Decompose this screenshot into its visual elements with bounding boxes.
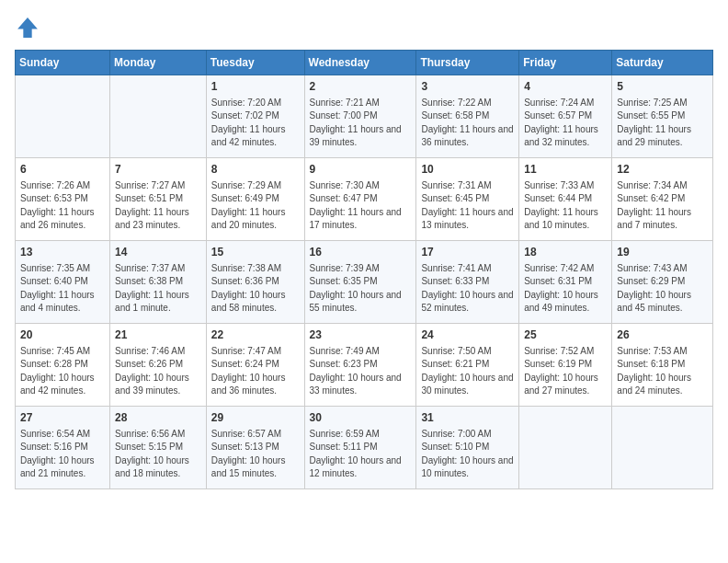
- day-info: Sunrise: 7:30 AM Sunset: 6:47 PM Dayligh…: [310, 179, 412, 233]
- day-info: Sunrise: 7:34 AM Sunset: 6:42 PM Dayligh…: [617, 179, 708, 233]
- calendar-cell: [519, 407, 612, 489]
- calendar-cell: 9Sunrise: 7:30 AM Sunset: 6:47 PM Daylig…: [304, 158, 416, 241]
- day-info: Sunrise: 7:49 AM Sunset: 6:23 PM Dayligh…: [310, 345, 412, 398]
- day-number: 30: [310, 410, 412, 426]
- day-info: Sunrise: 7:38 AM Sunset: 6:36 PM Dayligh…: [211, 262, 300, 316]
- day-info: Sunrise: 6:59 AM Sunset: 5:11 PM Dayligh…: [310, 428, 412, 481]
- calendar-cell: 23Sunrise: 7:49 AM Sunset: 6:23 PM Dayli…: [304, 324, 416, 407]
- day-number: 14: [115, 245, 201, 260]
- calendar-week-row: 27Sunrise: 6:54 AM Sunset: 5:16 PM Dayli…: [16, 407, 713, 489]
- day-number: 7: [115, 162, 201, 178]
- day-info: Sunrise: 7:43 AM Sunset: 6:29 PM Dayligh…: [617, 262, 708, 316]
- day-info: Sunrise: 7:41 AM Sunset: 6:33 PM Dayligh…: [421, 262, 514, 316]
- calendar-cell: 15Sunrise: 7:38 AM Sunset: 6:36 PM Dayli…: [206, 241, 304, 324]
- day-number: 31: [421, 410, 514, 426]
- day-info: Sunrise: 7:31 AM Sunset: 6:45 PM Dayligh…: [421, 179, 514, 233]
- calendar-cell: 21Sunrise: 7:46 AM Sunset: 6:26 PM Dayli…: [110, 324, 207, 407]
- day-number: 4: [524, 79, 607, 95]
- calendar-cell: 5Sunrise: 7:25 AM Sunset: 6:55 PM Daylig…: [612, 75, 713, 158]
- calendar-cell: 26Sunrise: 7:53 AM Sunset: 6:18 PM Dayli…: [612, 324, 713, 407]
- day-number: 26: [617, 327, 708, 343]
- logo: [15, 15, 44, 40]
- day-info: Sunrise: 6:57 AM Sunset: 5:13 PM Dayligh…: [211, 428, 300, 481]
- day-number: 1: [211, 79, 300, 95]
- day-number: 25: [524, 327, 607, 343]
- calendar-cell: 8Sunrise: 7:29 AM Sunset: 6:49 PM Daylig…: [206, 158, 304, 241]
- calendar-cell: 4Sunrise: 7:24 AM Sunset: 6:57 PM Daylig…: [519, 75, 612, 158]
- calendar-week-row: 20Sunrise: 7:45 AM Sunset: 6:28 PM Dayli…: [16, 324, 713, 407]
- calendar-cell: 2Sunrise: 7:21 AM Sunset: 7:00 PM Daylig…: [304, 75, 416, 158]
- day-number: 17: [421, 245, 514, 260]
- calendar-week-row: 13Sunrise: 7:35 AM Sunset: 6:40 PM Dayli…: [16, 241, 713, 324]
- day-of-week-header: Monday: [110, 51, 207, 75]
- calendar-cell: 12Sunrise: 7:34 AM Sunset: 6:42 PM Dayli…: [612, 158, 713, 241]
- day-number: 19: [617, 245, 708, 260]
- day-number: 16: [310, 245, 412, 260]
- calendar-table: SundayMondayTuesdayWednesdayThursdayFrid…: [15, 50, 713, 489]
- day-of-week-header: Wednesday: [304, 51, 416, 75]
- calendar-cell: 27Sunrise: 6:54 AM Sunset: 5:16 PM Dayli…: [16, 407, 110, 489]
- day-number: 13: [20, 245, 105, 260]
- calendar-cell: 18Sunrise: 7:42 AM Sunset: 6:31 PM Dayli…: [519, 241, 612, 324]
- day-info: Sunrise: 7:26 AM Sunset: 6:53 PM Dayligh…: [20, 179, 105, 233]
- day-info: Sunrise: 7:21 AM Sunset: 7:00 PM Dayligh…: [310, 97, 412, 150]
- day-number: 29: [211, 410, 300, 426]
- calendar-cell: [16, 75, 110, 158]
- day-number: 15: [211, 245, 300, 260]
- day-info: Sunrise: 7:37 AM Sunset: 6:38 PM Dayligh…: [115, 262, 201, 316]
- calendar-cell: 22Sunrise: 7:47 AM Sunset: 6:24 PM Dayli…: [206, 324, 304, 407]
- day-info: Sunrise: 7:22 AM Sunset: 6:58 PM Dayligh…: [421, 97, 514, 150]
- calendar-cell: 16Sunrise: 7:39 AM Sunset: 6:35 PM Dayli…: [304, 241, 416, 324]
- day-info: Sunrise: 7:25 AM Sunset: 6:55 PM Dayligh…: [617, 97, 708, 150]
- day-info: Sunrise: 7:53 AM Sunset: 6:18 PM Dayligh…: [617, 345, 708, 398]
- day-number: 9: [310, 162, 412, 178]
- day-info: Sunrise: 7:00 AM Sunset: 5:10 PM Dayligh…: [421, 428, 514, 481]
- day-of-week-header: Sunday: [16, 51, 110, 75]
- calendar-cell: 24Sunrise: 7:50 AM Sunset: 6:21 PM Dayli…: [416, 324, 519, 407]
- day-info: Sunrise: 7:47 AM Sunset: 6:24 PM Dayligh…: [211, 345, 300, 398]
- day-number: 23: [310, 327, 412, 343]
- day-number: 11: [524, 162, 607, 178]
- day-info: Sunrise: 7:46 AM Sunset: 6:26 PM Dayligh…: [115, 345, 201, 398]
- day-info: Sunrise: 7:39 AM Sunset: 6:35 PM Dayligh…: [310, 262, 412, 316]
- day-of-week-header: Thursday: [416, 51, 519, 75]
- day-info: Sunrise: 7:33 AM Sunset: 6:44 PM Dayligh…: [524, 179, 607, 233]
- day-number: 8: [211, 162, 300, 178]
- day-info: Sunrise: 7:27 AM Sunset: 6:51 PM Dayligh…: [115, 179, 201, 233]
- day-number: 18: [524, 245, 607, 260]
- calendar-cell: 11Sunrise: 7:33 AM Sunset: 6:44 PM Dayli…: [519, 158, 612, 241]
- day-info: Sunrise: 7:24 AM Sunset: 6:57 PM Dayligh…: [524, 97, 607, 150]
- calendar-cell: [612, 407, 713, 489]
- day-number: 10: [421, 162, 514, 178]
- day-info: Sunrise: 7:45 AM Sunset: 6:28 PM Dayligh…: [20, 345, 105, 398]
- day-number: 28: [115, 410, 201, 426]
- day-number: 2: [310, 79, 412, 95]
- day-number: 20: [20, 327, 105, 343]
- calendar-cell: 14Sunrise: 7:37 AM Sunset: 6:38 PM Dayli…: [110, 241, 207, 324]
- day-of-week-header: Friday: [519, 51, 612, 75]
- logo-icon: [15, 15, 40, 40]
- day-number: 12: [617, 162, 708, 178]
- svg-marker-0: [17, 17, 38, 38]
- day-number: 24: [421, 327, 514, 343]
- calendar-cell: 19Sunrise: 7:43 AM Sunset: 6:29 PM Dayli…: [612, 241, 713, 324]
- calendar-cell: 25Sunrise: 7:52 AM Sunset: 6:19 PM Dayli…: [519, 324, 612, 407]
- page-header: [15, 15, 713, 40]
- calendar-cell: 1Sunrise: 7:20 AM Sunset: 7:02 PM Daylig…: [206, 75, 304, 158]
- calendar-cell: 13Sunrise: 7:35 AM Sunset: 6:40 PM Dayli…: [16, 241, 110, 324]
- calendar-cell: 17Sunrise: 7:41 AM Sunset: 6:33 PM Dayli…: [416, 241, 519, 324]
- day-info: Sunrise: 7:50 AM Sunset: 6:21 PM Dayligh…: [421, 345, 514, 398]
- day-of-week-header: Tuesday: [206, 51, 304, 75]
- calendar-week-row: 1Sunrise: 7:20 AM Sunset: 7:02 PM Daylig…: [16, 75, 713, 158]
- calendar-cell: 30Sunrise: 6:59 AM Sunset: 5:11 PM Dayli…: [304, 407, 416, 489]
- calendar-body: 1Sunrise: 7:20 AM Sunset: 7:02 PM Daylig…: [16, 75, 713, 489]
- day-info: Sunrise: 7:52 AM Sunset: 6:19 PM Dayligh…: [524, 345, 607, 398]
- day-info: Sunrise: 6:54 AM Sunset: 5:16 PM Dayligh…: [20, 428, 105, 481]
- calendar-header-row: SundayMondayTuesdayWednesdayThursdayFrid…: [16, 51, 713, 75]
- calendar-cell: 29Sunrise: 6:57 AM Sunset: 5:13 PM Dayli…: [206, 407, 304, 489]
- calendar-cell: 31Sunrise: 7:00 AM Sunset: 5:10 PM Dayli…: [416, 407, 519, 489]
- day-number: 21: [115, 327, 201, 343]
- day-number: 5: [617, 79, 708, 95]
- day-number: 3: [421, 79, 514, 95]
- day-info: Sunrise: 6:56 AM Sunset: 5:15 PM Dayligh…: [115, 428, 201, 481]
